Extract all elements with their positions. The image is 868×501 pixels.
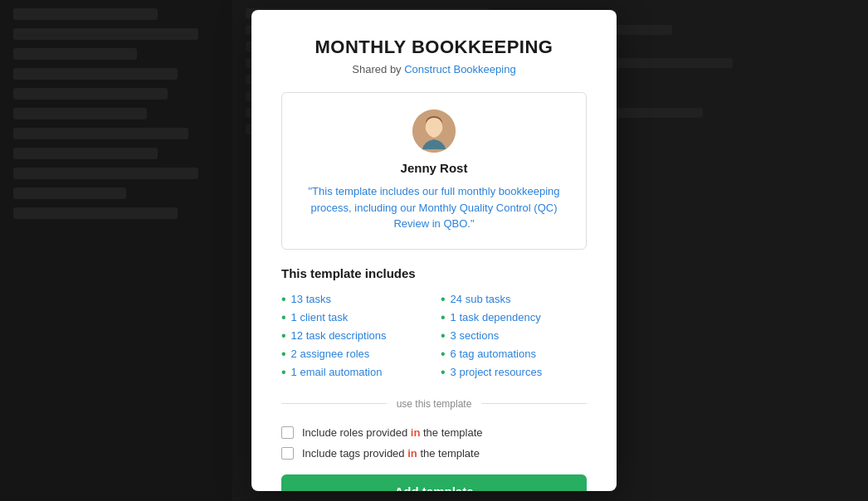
list-item: 1 task dependency	[441, 309, 587, 327]
modal-title: MONTHLY BOOKKEEPING	[281, 36, 587, 58]
include-roles-label: Include roles provided in the template	[302, 426, 483, 439]
includes-right-col: 24 sub tasks 1 task dependency 3 section…	[441, 290, 587, 382]
divider-row: use this template	[281, 398, 587, 410]
includes-left-col: 13 tasks 1 client task 12 task descripti…	[281, 290, 427, 382]
includes-grid: 13 tasks 1 client task 12 task descripti…	[281, 290, 587, 382]
modal-subtitle: Shared by Construct Bookkeeping	[281, 63, 587, 75]
include-tags-row: Include tags provided in the template	[281, 447, 587, 460]
include-tags-label: Include tags provided in the template	[302, 447, 480, 460]
template-modal: MONTHLY BOOKKEEPING Shared by Construct …	[251, 10, 617, 491]
avatar	[412, 109, 456, 153]
list-item: 6 tag automations	[441, 345, 587, 363]
list-item: 3 sections	[441, 327, 587, 345]
add-template-button[interactable]: Add template	[281, 474, 587, 492]
list-item: 24 sub tasks	[441, 290, 587, 309]
list-item: 12 task descriptions	[281, 327, 427, 345]
list-item: 1 client task	[281, 309, 427, 327]
include-roles-row: Include roles provided in the template	[281, 426, 587, 439]
author-card: Jenny Rost "This template includes our f…	[281, 92, 587, 250]
author-name: Jenny Rost	[302, 161, 566, 175]
list-item: 3 project resources	[441, 363, 587, 382]
include-tags-checkbox[interactable]	[281, 447, 294, 460]
modal-overlay: MONTHLY BOOKKEEPING Shared by Construct …	[0, 0, 868, 501]
divider-line-right	[481, 403, 587, 404]
list-item: 2 assignee roles	[281, 345, 427, 363]
source-link[interactable]: Construct Bookkeeping	[404, 63, 515, 75]
list-item: 13 tasks	[281, 290, 427, 309]
divider-text: use this template	[397, 398, 472, 410]
includes-heading: This template includes	[281, 266, 587, 280]
author-quote: "This template includes our full monthly…	[302, 183, 566, 232]
include-roles-checkbox[interactable]	[281, 426, 294, 439]
list-item: 1 email automation	[281, 363, 427, 382]
divider-line-left	[281, 403, 387, 404]
